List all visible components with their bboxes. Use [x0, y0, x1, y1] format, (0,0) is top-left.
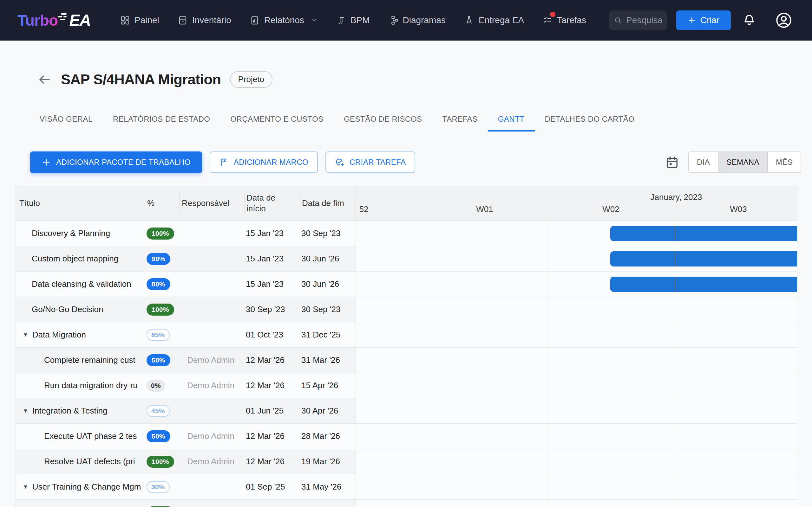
task-title-cell[interactable]: Resolve UAT defects (pri [16, 449, 146, 474]
tab-orcamento-e-custos[interactable]: ORÇAMENTO E CUSTOS [220, 108, 334, 130]
column-header-owner[interactable]: Responsável [180, 186, 245, 221]
task-title: Execute UAT phase 2 tes [44, 431, 137, 441]
gantt-task-bar[interactable] [610, 277, 797, 292]
column-header-title[interactable]: Título [16, 186, 146, 221]
progress-badge: 100% [147, 228, 174, 239]
task-owner-cell: Demo Admin [180, 424, 245, 449]
task-title-cell[interactable]: Run data migration dry-ru [16, 373, 146, 398]
timeline-week-label: W03 [730, 205, 747, 214]
task-title: Integration & Testing [32, 406, 107, 416]
collapse-triangle-icon[interactable]: ▼ [23, 332, 28, 338]
timescale-week[interactable]: SEMANA [718, 152, 768, 172]
table-row[interactable]: Complete remaining cust50%Demo Admin12 M… [16, 348, 797, 373]
progress-badge: 45% [147, 405, 170, 417]
task-title-cell[interactable] [16, 500, 146, 507]
search-input[interactable] [625, 15, 662, 26]
add-work-package-button[interactable]: ADICIONAR PACOTE DE TRABALHO [30, 152, 202, 173]
tab-gantt[interactable]: GANTT [488, 108, 535, 130]
task-title-cell[interactable]: Execute UAT phase 2 tes [16, 424, 146, 449]
task-title-cell[interactable]: Data cleansing & validation [16, 272, 146, 297]
nav-item-tarefas[interactable]: Tarefas [542, 15, 586, 25]
gantt-timeline-cell [356, 246, 797, 271]
row-cells: Go/No-Go Decision100%30 Sep '2330 Sep '2… [16, 297, 356, 322]
app-logo[interactable]: Turbo EA [17, 0, 91, 41]
task-end-date-cell [300, 500, 356, 507]
gantt-timeline-cell [356, 474, 797, 499]
timeline-header: January, 2023 52 W01 W02 W03 [356, 186, 797, 221]
user-avatar-icon[interactable] [774, 11, 793, 30]
table-row[interactable]: Discovery & Planning100%15 Jan '2330 Sep… [16, 221, 797, 246]
create-task-button[interactable]: CRIAR TAREFA [325, 152, 415, 173]
collapse-triangle-icon[interactable]: ▼ [23, 408, 28, 414]
tab-detalhes-do-cartao[interactable]: DETALHES DO CARTÃO [535, 108, 645, 130]
add-milestone-button[interactable]: ADICIONAR MARCO [210, 152, 318, 173]
nav-item-diagramas[interactable]: Diagramas [388, 15, 446, 25]
table-row[interactable]: Go/No-Go Decision100%30 Sep '2330 Sep '2… [16, 297, 797, 322]
create-button[interactable]: Criar [676, 10, 731, 30]
progress-badge: 50% [147, 430, 170, 442]
row-cells: Resolve UAT defects (pri100%Demo Admin12… [16, 449, 356, 474]
back-arrow-icon[interactable] [37, 72, 52, 87]
timescale-day[interactable]: DIA [689, 152, 718, 172]
task-check-plus-icon [335, 158, 345, 167]
table-row[interactable]: ▼Integration & Testing45%01 Jun '2530 Ap… [16, 398, 797, 424]
progress-badge: 80% [147, 278, 170, 290]
flag-icon [219, 158, 229, 167]
gantt-timeline-cell [356, 297, 797, 322]
task-title-cell[interactable]: Discovery & Planning [16, 221, 146, 246]
global-search[interactable] [609, 10, 667, 30]
table-row[interactable]: ▼Data Migration85%01 Oct '2331 Dec '25 [16, 322, 797, 348]
table-row[interactable]: Run data migration dry-ru0%Demo Admin12 … [16, 373, 797, 398]
task-percent-cell: 80% [146, 272, 180, 297]
column-header-percent[interactable]: % [146, 186, 180, 221]
task-title-cell[interactable]: ▼Integration & Testing [16, 398, 146, 424]
progress-badge: 90% [147, 253, 170, 265]
nav-label: Diagramas [403, 15, 446, 25]
table-row[interactable]: Execute UAT phase 2 tes50%Demo Admin12 M… [16, 424, 797, 449]
table-row[interactable]: Custom object mapping90%15 Jan '2330 Jun… [16, 246, 797, 272]
task-title-cell[interactable]: Custom object mapping [16, 246, 146, 271]
table-row[interactable]: Resolve UAT defects (pri100%Demo Admin12… [16, 449, 797, 474]
task-start-date-cell: 12 Mar '26 [245, 424, 300, 449]
row-cells: ▼User Training & Change Mgm30%01 Sep '25… [16, 474, 356, 499]
gantt-task-bar[interactable] [610, 251, 797, 267]
task-title-cell[interactable]: ▼User Training & Change Mgm [16, 474, 146, 499]
gantt-timeline-cell [356, 373, 797, 398]
task-end-date-cell: 31 Dec '25 [300, 322, 356, 347]
nav-item-relatorios[interactable]: Relatórios [250, 15, 317, 25]
timescale-month[interactable]: MÊS [768, 152, 801, 172]
table-row[interactable]: 100% [16, 500, 797, 507]
task-start-date-cell: 15 Jan '23 [245, 272, 300, 297]
task-title-cell[interactable]: Complete remaining cust [16, 348, 146, 373]
task-title: Go/No-Go Decision [32, 304, 103, 314]
task-title: Discovery & Planning [32, 228, 110, 238]
task-end-date-cell: 30 Apr '26 [300, 398, 356, 424]
collapse-triangle-icon[interactable]: ▼ [23, 484, 28, 490]
notifications-bell-icon[interactable] [742, 13, 756, 27]
table-row[interactable]: Data cleansing & validation80%15 Jan '23… [16, 272, 797, 297]
tab-gestao-de-riscos[interactable]: GESTÃO DE RISCOS [334, 108, 432, 130]
column-header-start-date[interactable]: Data de início [245, 186, 300, 221]
column-header-end-date[interactable]: Data de fim [300, 186, 356, 221]
progress-badge: 100% [147, 303, 174, 316]
task-end-date-cell: 30 Sep '23 [300, 297, 356, 322]
nav-item-painel[interactable]: Painel [120, 15, 159, 25]
gantt-timeline-cell [356, 221, 797, 246]
task-start-date-cell: 30 Sep '23 [245, 297, 300, 322]
tab-relatorios-de-estado[interactable]: RELATÓRIOS DE ESTADO [103, 108, 220, 130]
task-title-cell[interactable]: ▼Data Migration [16, 322, 146, 347]
task-title-cell[interactable]: Go/No-Go Decision [16, 297, 146, 322]
nav-item-inventario[interactable]: Inventário [177, 15, 231, 25]
diagrams-icon [388, 15, 398, 25]
calendar-icon[interactable] [665, 155, 679, 170]
tab-tarefas[interactable]: TAREFAS [432, 108, 488, 130]
nav-item-entrega-ea[interactable]: Entrega EA [464, 15, 524, 25]
tab-visao-geral[interactable]: VISÃO GERAL [30, 108, 103, 130]
plus-icon [688, 16, 696, 24]
nav-item-bpm[interactable]: BPM [336, 15, 370, 25]
task-start-date-cell: 15 Jan '23 [245, 246, 300, 271]
task-percent-cell: 45% [146, 398, 180, 424]
gantt-task-bar[interactable] [610, 226, 797, 241]
table-row[interactable]: ▼User Training & Change Mgm30%01 Sep '25… [16, 474, 797, 500]
gantt-toolbar: ADICIONAR PACOTE DE TRABALHO ADICIONAR M… [30, 152, 415, 173]
